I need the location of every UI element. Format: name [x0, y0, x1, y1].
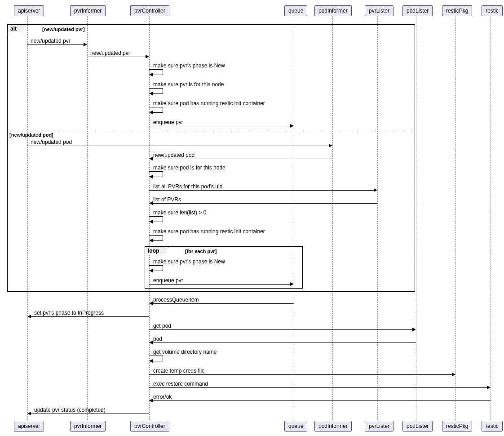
- arrow-head: [149, 111, 153, 114]
- participant-resticPkg-top: resticPkg: [442, 5, 472, 16]
- arrow-head: [149, 399, 153, 402]
- arrow-head: [84, 43, 87, 46]
- arrow: [31, 414, 149, 414]
- alt-guard-1: [new/updated pvr]: [42, 27, 85, 32]
- participant-queue-top: queue: [284, 5, 307, 16]
- arrow: [153, 159, 332, 159]
- arrow-head: [412, 328, 416, 331]
- arrow-head: [290, 282, 294, 286]
- arrow-head: [149, 302, 153, 305]
- participant-apiserver-top: apiserver: [14, 5, 44, 16]
- alt-divider: [7, 131, 414, 131]
- alt-guard-2: [new/updated pod]: [9, 132, 53, 138]
- participant-resticPkg-bottom: resticPkg: [442, 421, 472, 432]
- arrow-head: [290, 124, 294, 128]
- msg-new-pod-2: new/updated pod: [153, 152, 195, 158]
- msg-process-queue: processQueueItem: [153, 297, 199, 303]
- arrow-head: [27, 315, 31, 318]
- participant-apiserver-bottom: apiserver: [14, 421, 44, 432]
- msg-this-node: make sure pvr is for this node: [153, 81, 224, 88]
- arrow: [149, 126, 291, 126]
- msg-init-container: make sure pod has running restic init co…: [153, 100, 265, 107]
- arrow-head: [149, 201, 153, 205]
- participant-podLister-bottom: podLister: [402, 421, 433, 432]
- participant-podInformer-bottom: podInformer: [314, 421, 352, 432]
- participant-podLister-top: podLister: [402, 5, 433, 16]
- arrow-head: [329, 144, 332, 147]
- arrow: [149, 329, 413, 330]
- arrow-head: [149, 341, 153, 344]
- participant-pvrLister-top: pvrLister: [365, 5, 393, 16]
- msg-creds: create temp creds file: [153, 368, 205, 374]
- msg-enqueue-2: enqueue pvr: [153, 277, 183, 284]
- arrow-head: [487, 386, 491, 389]
- arrow: [149, 284, 291, 285]
- msg-list-result: list of PVRs: [153, 196, 181, 203]
- arrow-head: [374, 188, 377, 192]
- msg-len-list: make sure len(list) > 0: [153, 209, 206, 216]
- participant-podInformer-top: podInformer: [314, 5, 352, 16]
- lifeline-restic: [491, 16, 491, 420]
- arrow: [27, 44, 84, 45]
- arrow: [149, 374, 452, 375]
- arrow-head: [452, 373, 455, 376]
- participant-pvrLister-bottom: pvrLister: [365, 421, 393, 432]
- msg-pod-return: pod: [153, 336, 162, 342]
- participant-queue-bottom: queue: [284, 421, 307, 432]
- arrow-head: [149, 269, 153, 272]
- participant-restic-bottom: restic: [482, 421, 503, 432]
- lifeline-podLister: [416, 16, 416, 420]
- msg-new-pod-1: new/updated pod: [31, 139, 72, 145]
- msg-exec-restore: exec restore command: [153, 381, 208, 387]
- arrow-head: [149, 175, 153, 178]
- msg-phase-new-2: make sure pvr's phase is New: [153, 258, 225, 265]
- msg-update-status: update pvr status (completed): [34, 407, 106, 413]
- participant-restic-top: restic: [482, 5, 503, 16]
- participant-pvrInformer-top: pvrInformer: [70, 5, 106, 16]
- arrow-head: [27, 412, 31, 415]
- msg-error-ok: error/ok: [153, 394, 172, 400]
- arrow: [153, 303, 294, 304]
- msg-phase-new: make sure pvr's phase is New: [153, 62, 225, 69]
- msg-get-pod: get pod: [153, 323, 171, 329]
- arrow-head: [149, 239, 153, 242]
- msg-enqueue-1: enqueue pvr: [153, 119, 183, 125]
- msg-new-pvr-2: new/updated pvr: [90, 50, 130, 56]
- arrow-head: [149, 220, 153, 223]
- msg-new-pvr-1: new/updated pvr: [31, 38, 71, 44]
- participant-pvrInformer-bottom: pvrInformer: [70, 421, 106, 432]
- msg-init-container-2: make sure pod has running restic init co…: [153, 228, 265, 235]
- loop-guard: [for each pvr]: [185, 249, 217, 254]
- arrow-head: [149, 157, 153, 160]
- arrow: [153, 203, 377, 204]
- arrow: [149, 387, 487, 388]
- arrow-head: [149, 73, 153, 76]
- arrow: [149, 190, 374, 191]
- msg-pod-this-node: make sure pod is for this node: [153, 165, 225, 171]
- arrow: [153, 400, 491, 401]
- msg-volume-dir: get volume directory name: [153, 349, 217, 355]
- arrow: [153, 343, 416, 343]
- participant-pvrController-bottom: pvrController: [130, 421, 169, 432]
- lifeline-resticPkg: [455, 16, 456, 420]
- arrow: [27, 146, 329, 146]
- arrow: [31, 316, 149, 317]
- msg-list-pvrs: list all PVRs for this pod's uid: [153, 183, 222, 190]
- arrow: [87, 57, 146, 57]
- arrow-head: [149, 359, 153, 363]
- arrow-head: [146, 55, 149, 58]
- arrow-head: [149, 92, 153, 95]
- participant-pvrController-top: pvrController: [130, 5, 169, 16]
- msg-set-inprogress: set pvr's phase to InProgress: [34, 310, 104, 316]
